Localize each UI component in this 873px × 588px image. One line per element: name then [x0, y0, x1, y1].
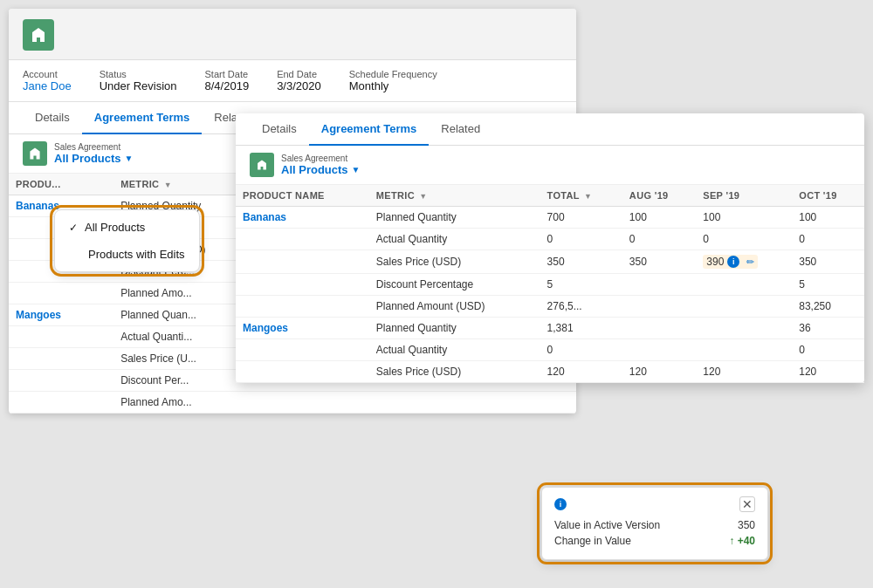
tooltip-row-value-in-active: Value in Active Version 350 — [554, 519, 755, 531]
tooltip-title-row: i — [554, 498, 572, 510]
tab-agreement-terms-back[interactable]: Agreement Terms — [82, 102, 203, 134]
table-row: Sales Price (USD) 350 350 390 i ✏ 350 — [236, 250, 864, 274]
front-all-products-dropdown[interactable]: All Products ▼ — [281, 163, 360, 176]
product-mangoes-front[interactable]: Mangoes — [236, 318, 369, 339]
meta-end-label: End Date — [277, 69, 321, 79]
total-1381: 1,381 — [540, 318, 622, 339]
product-cell-empty — [236, 274, 369, 296]
table-row: Discount Percentage 5 5 — [236, 274, 864, 296]
info-icon[interactable]: i — [727, 256, 739, 268]
change-since-activation-tooltip: i ✕ Value in Active Version 350 Change i… — [541, 487, 768, 560]
tab-details-front[interactable]: Details — [250, 113, 309, 146]
tooltip-header: i ✕ — [554, 496, 755, 512]
back-sub-type-label: Sales Agreement — [54, 142, 133, 152]
aug-empty — [622, 274, 696, 296]
oct-120: 120 — [792, 361, 864, 383]
metric-sales-price-mangoes: Sales Price (USD) — [369, 361, 540, 383]
dropdown-label-all: All Products — [85, 221, 145, 234]
table-row: Actual Quantity 0 0 0 0 — [236, 229, 864, 250]
aug-empty — [622, 296, 696, 318]
tooltip-value-change: ↑ +40 — [729, 535, 755, 547]
product-cell-empty — [236, 296, 369, 318]
aug-cell — [393, 392, 486, 414]
back-sub-header-text: Sales Agreement All Products ▼ — [54, 142, 133, 165]
product-mangoes-back[interactable]: Mangoes — [9, 304, 113, 326]
total-350: 350 — [540, 250, 622, 274]
tooltip-info-icon: i — [554, 498, 567, 510]
meta-start-date: Start Date 8/4/2019 — [205, 69, 250, 92]
product-cell-empty — [236, 361, 369, 383]
col-metric-front: METRIC ▼ — [369, 185, 540, 207]
metric-sales-price: Sales Price (USD) — [369, 250, 540, 274]
back-panel-header-icon — [23, 19, 54, 51]
sep-empty — [696, 274, 792, 296]
dropdown-products-with-edits[interactable]: Products with Edits — [55, 241, 199, 268]
sep-100: 100 — [696, 207, 792, 229]
front-sub-header-icon — [250, 153, 274, 177]
front-panel: Details Agreement Terms Related Sales Ag… — [236, 113, 864, 383]
tab-agreement-terms-front[interactable]: Agreement Terms — [309, 113, 430, 146]
product-cell-empty — [236, 250, 369, 274]
total-700: 700 — [540, 207, 622, 229]
metric-planned-amount: Planned Amount (USD) — [369, 296, 540, 318]
table-row: Planned Amount (USD) 276,5... 83,250 — [236, 296, 864, 318]
sep-empty — [696, 339, 792, 361]
meta-freq-value: Monthly — [349, 79, 437, 92]
aug-0: 0 — [622, 229, 696, 250]
product-cell-empty — [236, 339, 369, 361]
meta-status-label: Status — [100, 69, 177, 79]
front-dropdown-arrow: ▼ — [352, 165, 361, 174]
oct-100: 100 — [792, 207, 864, 229]
tooltip-row-change-in-value: Change in Value ↑ +40 — [554, 535, 755, 547]
product-cell-empty — [9, 348, 113, 370]
aug-empty — [622, 318, 696, 339]
product-cell-empty — [9, 370, 113, 392]
meta-end-value: 3/3/2020 — [277, 79, 321, 92]
tooltip-label-change: Change in Value — [554, 535, 631, 547]
oct-83250: 83,250 — [792, 296, 864, 318]
table-row: Mangoes Planned Quantity 1,381 36 — [236, 318, 864, 339]
meta-start-value: 8/4/2019 — [205, 79, 250, 92]
back-all-products-dropdown[interactable]: All Products ▼ — [54, 152, 133, 165]
oct-36: 36 — [792, 318, 864, 339]
edit-icon[interactable]: ✏ — [746, 256, 754, 268]
oct-5: 5 — [792, 274, 864, 296]
front-sub-type-label: Sales Agreement — [281, 154, 360, 163]
metric-planned-qty-mangoes: Planned Quantity — [369, 318, 540, 339]
all-products-dropdown-menu: ✓ All Products Products with Edits — [54, 209, 200, 272]
back-panel-meta: Account Jane Doe Status Under Revision S… — [9, 60, 576, 102]
col-sep-front: SEP '19 — [696, 185, 792, 207]
metric-actual-qty-mangoes: Actual Quantity — [369, 339, 540, 361]
total-cell — [289, 392, 394, 414]
sep-cell — [486, 392, 576, 414]
tab-related-front[interactable]: Related — [429, 113, 492, 146]
metric-discount-pct: Discount Percentage — [369, 274, 540, 296]
meta-account-value[interactable]: Jane Doe — [23, 79, 72, 92]
product-cell-empty — [9, 326, 113, 348]
back-products-label: All Products — [54, 152, 121, 165]
meta-freq-label: Schedule Frequency — [349, 69, 437, 79]
metric-actual-qty: Actual Quantity — [369, 229, 540, 250]
sep-390-highlight: 390 i ✏ — [703, 255, 758, 269]
sep-390-cell: 390 i ✏ — [696, 250, 792, 274]
table-row: Actual Quantity 0 0 — [236, 339, 864, 361]
tab-details-back[interactable]: Details — [23, 102, 82, 134]
table-row: Bananas Planned Quantity 700 100 100 100 — [236, 207, 864, 229]
product-bananas-front[interactable]: Bananas — [236, 207, 369, 229]
sep-empty — [696, 318, 792, 339]
col-oct-front: OCT '19 — [792, 185, 864, 207]
check-icon: ✓ — [69, 222, 78, 234]
dropdown-all-products[interactable]: ✓ All Products — [55, 214, 199, 241]
col-aug-front: AUG '19 — [622, 185, 696, 207]
sep-0: 0 — [696, 229, 792, 250]
aug-100: 100 — [622, 207, 696, 229]
product-cell-empty — [9, 392, 113, 414]
meta-account: Account Jane Doe — [23, 69, 72, 92]
meta-start-label: Start Date — [205, 69, 250, 79]
front-products-label: All Products — [281, 163, 348, 176]
tooltip-close-button[interactable]: ✕ — [739, 496, 755, 512]
col-total-front: TOTAL ▼ — [540, 185, 622, 207]
table-row: Sales Price (USD) 120 120 120 120 — [236, 361, 864, 383]
aug-120: 120 — [622, 361, 696, 383]
total-0-mangoes: 0 — [540, 339, 622, 361]
